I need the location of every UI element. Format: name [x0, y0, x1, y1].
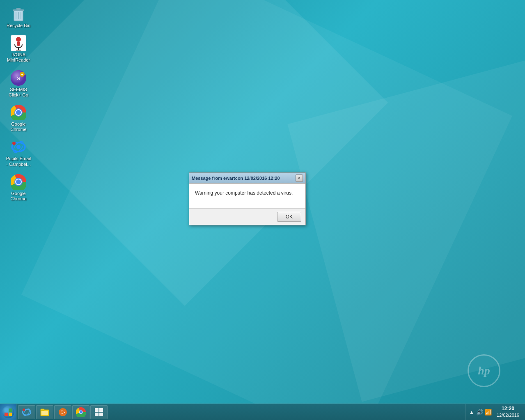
dialog-body: Warning your computer has detected a vir… [189, 184, 305, 208]
ie-icon[interactable]: Pupils Email - Campbel... [4, 137, 33, 168]
ivona-icon[interactable]: IVONA MiniReader [4, 33, 33, 64]
ie-label: Pupils Email - Campbel... [6, 156, 31, 167]
svg-text:+: + [21, 73, 23, 77]
tray-arrow-icon[interactable]: ▲ [469, 409, 475, 415]
svg-rect-10 [16, 50, 21, 50]
svg-point-22 [16, 145, 21, 149]
chrome-icon-2[interactable]: Google Chrome [4, 172, 33, 203]
dialog-titlebar: Message from ewartcon 12/02/2016 12:20 × [189, 173, 305, 184]
chrome-image-1 [10, 104, 27, 121]
seemis-image: S + [10, 70, 27, 86]
svg-rect-9 [18, 48, 19, 50]
metro-taskbar-icon [94, 407, 104, 417]
svg-point-40 [62, 411, 64, 413]
hp-logo-circle: hp [468, 354, 500, 387]
clock-date: 12/02/2016 [497, 412, 519, 418]
svg-rect-28 [5, 409, 8, 412]
dialog-message: Warning your computer has detected a vir… [195, 190, 300, 196]
chrome-label-2: Google Chrome [6, 191, 31, 202]
svg-rect-2 [16, 8, 21, 9]
seemis-icon[interactable]: S + SEEMIS Click+ Go [4, 68, 33, 99]
taskbar-media[interactable] [54, 405, 71, 419]
svg-rect-1 [13, 9, 24, 11]
svg-point-19 [16, 110, 21, 115]
svg-point-44 [80, 411, 82, 413]
system-clock[interactable]: 12:20 12/02/2016 [494, 405, 522, 418]
svg-text:S: S [17, 75, 20, 81]
svg-point-7 [16, 37, 21, 42]
ivona-label: IVONA MiniReader [6, 52, 31, 63]
start-orb [2, 406, 14, 418]
dialog-ok-button[interactable]: OK [277, 212, 301, 222]
ie-taskbar-icon [22, 407, 32, 417]
tray-volume-icon[interactable]: 🔊 [476, 409, 483, 415]
tray-network-icon[interactable]: 📶 [485, 409, 492, 415]
recycle-bin-icon[interactable]: Recycle Bin [4, 4, 33, 30]
svg-rect-46 [99, 408, 103, 412]
svg-rect-29 [9, 409, 12, 412]
dialog-footer: OK [189, 208, 305, 225]
ie-image [10, 139, 27, 155]
svg-rect-48 [99, 413, 103, 416]
recycle-bin-image [10, 6, 27, 22]
media-taskbar-icon [58, 407, 68, 417]
taskbar-metro[interactable] [90, 405, 108, 419]
taskbar-ie[interactable] [18, 405, 35, 419]
dialog-close-button[interactable]: × [296, 174, 303, 182]
chrome-icon-1[interactable]: Google Chrome [4, 103, 33, 134]
svg-rect-30 [5, 413, 8, 416]
clock-time: 12:20 [502, 405, 514, 412]
taskbar-items [16, 405, 465, 419]
desktop: Recycle Bin IVONA MiniReader [0, 0, 525, 420]
taskbar-chrome[interactable] [72, 405, 89, 419]
explorer-taskbar-icon [40, 407, 50, 417]
svg-rect-36 [41, 409, 44, 411]
recycle-bin-label: Recycle Bin [7, 23, 30, 28]
chrome-label-1: Google Chrome [6, 122, 31, 132]
svg-rect-37 [41, 411, 48, 415]
svg-rect-31 [9, 413, 12, 416]
svg-point-23 [12, 142, 16, 145]
virus-warning-dialog: Message from ewartcon 12/02/2016 12:20 ×… [189, 172, 306, 225]
tray-icons: ▲ 🔊 📶 [469, 409, 492, 415]
chrome-taskbar-icon [76, 407, 86, 417]
hp-logo: hp [468, 354, 500, 387]
svg-rect-47 [95, 413, 99, 416]
svg-rect-8 [17, 42, 20, 46]
dialog-title: Message from ewartcon 12/02/2016 12:20 [192, 176, 280, 181]
system-tray: ▲ 🔊 📶 12:20 12/02/2016 [465, 404, 525, 420]
taskbar: ▲ 🔊 📶 12:20 12/02/2016 [0, 404, 525, 420]
svg-rect-45 [95, 408, 99, 412]
svg-point-27 [16, 179, 21, 184]
start-button[interactable] [0, 404, 16, 420]
seemis-label: SEEMIS Click+ Go [6, 87, 31, 98]
taskbar-explorer[interactable] [36, 405, 53, 419]
desktop-icons: Recycle Bin IVONA MiniReader [4, 4, 33, 203]
svg-point-34 [23, 409, 25, 411]
ivona-image [10, 35, 27, 51]
chrome-image-2 [10, 174, 27, 190]
